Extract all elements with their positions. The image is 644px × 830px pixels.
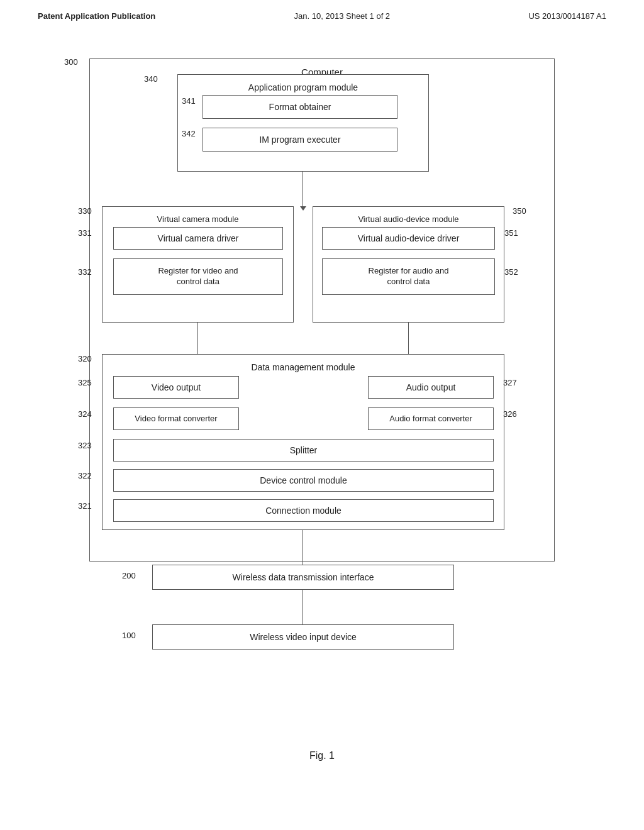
register-audio-label: Register for audio and control data xyxy=(323,259,494,294)
register-video-label: Register for video and control data xyxy=(114,259,282,294)
header-center: Jan. 10, 2013 Sheet 1 of 2 xyxy=(294,11,391,21)
ref-200: 200 xyxy=(122,571,136,580)
wireless-interface-box: Wireless data transmission interface xyxy=(152,565,454,590)
device-control-label: Device control module xyxy=(114,470,493,491)
virtual-audio-module-label: Virtual audio-device module xyxy=(313,211,504,228)
connector-vaudio-down xyxy=(408,323,409,354)
wireless-device-label: Wireless video input device xyxy=(153,625,453,649)
ref-332: 332 xyxy=(78,267,92,277)
ref-330: 330 xyxy=(78,206,92,216)
connection-module-box: Connection module xyxy=(113,499,494,522)
audio-format-converter-box: Audio format converter xyxy=(368,407,494,430)
im-program-executer-box: IM program executer xyxy=(203,128,397,152)
ref-327: 327 xyxy=(503,378,517,387)
video-format-converter-box: Video format converter xyxy=(113,407,239,430)
connector-wi-down xyxy=(303,590,303,624)
header-right: US 2013/0014187 A1 xyxy=(528,11,606,21)
ref-341: 341 xyxy=(182,96,196,106)
device-control-box: Device control module xyxy=(113,469,494,492)
fig-caption: Fig. 1 xyxy=(38,750,606,761)
connector-dm-down xyxy=(303,530,303,565)
register-video-box: Register for video and control data xyxy=(113,258,283,295)
ref-340: 340 xyxy=(144,74,158,84)
page-header: Patent Application Publication Jan. 10, … xyxy=(0,0,644,27)
wireless-interface-label: Wireless data transmission interface xyxy=(153,565,453,589)
ref-351: 351 xyxy=(504,228,518,238)
audio-format-converter-label: Audio format converter xyxy=(369,408,493,429)
ref-325: 325 xyxy=(78,378,92,387)
app-program-module-label: Application program module xyxy=(178,79,428,96)
format-obtainer-label: Format obtainer xyxy=(203,96,397,118)
ref-100: 100 xyxy=(122,631,136,640)
register-audio-box: Register for audio and control data xyxy=(322,258,495,295)
format-obtainer-box: Format obtainer xyxy=(203,95,397,119)
ref-350: 350 xyxy=(513,206,526,216)
data-management-label: Data management module xyxy=(103,358,504,376)
connector-app-down xyxy=(303,172,303,206)
ref-322: 322 xyxy=(78,471,92,480)
video-output-label: Video output xyxy=(114,377,238,398)
audio-output-label: Audio output xyxy=(369,377,493,398)
video-output-box: Video output xyxy=(113,376,239,399)
audio-output-box: Audio output xyxy=(368,376,494,399)
im-program-executer-label: IM program executer xyxy=(203,128,397,151)
content-area: Computer 300 Application program module … xyxy=(0,27,644,774)
virtual-audio-driver-box: Virtual audio-device driver xyxy=(322,227,495,250)
ref-321: 321 xyxy=(78,501,92,511)
diagram: Computer 300 Application program module … xyxy=(52,40,592,719)
ref-324: 324 xyxy=(78,409,92,419)
ref-342: 342 xyxy=(182,129,196,138)
app-program-module-box: Application program module xyxy=(177,74,429,172)
splitter-label: Splitter xyxy=(114,440,493,461)
ref-352: 352 xyxy=(504,267,518,277)
wireless-device-box: Wireless video input device xyxy=(152,624,454,650)
ref-331: 331 xyxy=(78,228,92,238)
video-format-converter-label: Video format converter xyxy=(114,408,238,429)
virtual-camera-driver-box: Virtual camera driver xyxy=(113,227,283,250)
ref-300: 300 xyxy=(64,57,78,67)
ref-326: 326 xyxy=(503,409,517,419)
virtual-camera-driver-label: Virtual camera driver xyxy=(114,228,282,249)
ref-323: 323 xyxy=(78,441,92,450)
virtual-audio-driver-label: Virtual audio-device driver xyxy=(323,228,494,249)
ref-320: 320 xyxy=(78,354,92,363)
header-left: Patent Application Publication xyxy=(38,11,155,21)
connection-module-label: Connection module xyxy=(114,500,493,521)
virtual-camera-module-label: Virtual camera module xyxy=(103,211,293,228)
splitter-box: Splitter xyxy=(113,439,494,462)
connector-vcam-down xyxy=(197,323,198,354)
